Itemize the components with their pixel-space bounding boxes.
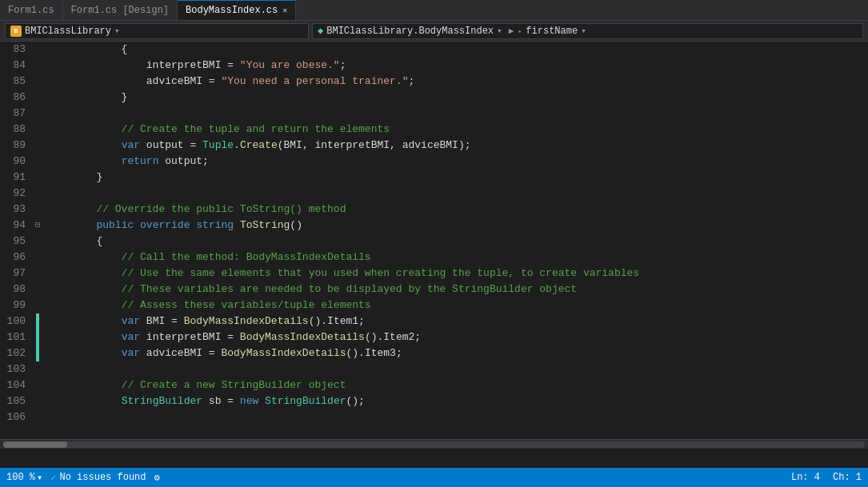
code-line-96: 96 // Call the method: BodyMassIndexDeta…	[0, 249, 868, 265]
code-scroll[interactable]: 83 { 84 interpretBMI = "You are obese.";…	[0, 42, 868, 439]
horizontal-scrollbar[interactable]	[0, 439, 868, 449]
breadcrumb-class-text: BMIClassLibrary.BodyMassIndex	[326, 26, 494, 37]
code-line-91: 91 }	[0, 170, 868, 186]
code-line-98: 98 // These variables are needed to be d…	[0, 281, 868, 297]
tab-form1cs[interactable]: Form1.cs	[0, 0, 63, 20]
zoom-dropdown-icon[interactable]: ▾	[37, 472, 42, 484]
close-icon[interactable]: ✕	[282, 6, 287, 15]
breadcrumb-right[interactable]: ◆ BMIClassLibrary.BodyMassIndex ▾ ▶ ⬩ fi…	[312, 23, 863, 39]
zoom-level: 100 %	[6, 472, 35, 483]
breadcrumb-right-arrow: ▾	[497, 26, 502, 36]
char-number-status: Ch: 1	[833, 472, 862, 483]
line-number-status: Ln: 4	[791, 472, 820, 483]
code-line-88: 88 // Create the tuple and return the el…	[0, 122, 868, 138]
code-line-103: 103	[0, 361, 868, 377]
breadcrumb-method-text: firstName	[526, 26, 578, 37]
tab-bodymassindex-label: BodyMassIndex.cs	[186, 5, 278, 16]
scrollbar-track[interactable]	[3, 441, 865, 448]
code-line-86: 86 }	[0, 90, 868, 106]
code-line-83: 83 {	[0, 42, 868, 58]
code-line-89: 89 var output = Tuple.Create(BMI, interp…	[0, 138, 868, 154]
method-icon: ⬩	[517, 26, 522, 37]
breadcrumb-left[interactable]: B BMIClassLibrary ▾	[5, 23, 309, 39]
code-line-93: 93 // Override the public ToString() met…	[0, 202, 868, 218]
code-line-95: 95 {	[0, 234, 868, 249]
code-line-105: 105 StringBuilder sb = new StringBuilder…	[0, 393, 868, 409]
code-line-106: 106	[0, 409, 868, 425]
class-icon: B	[10, 26, 22, 37]
scrollbar-thumb[interactable]	[3, 441, 67, 448]
code-line-87: 87	[0, 106, 868, 122]
code-line-85: 85 adviceBMI = "You need a personal trai…	[0, 74, 868, 90]
breadcrumb-separator: ▶	[509, 26, 514, 36]
code-editor[interactable]: 83 { 84 interpretBMI = "You are obese.";…	[0, 42, 868, 449]
tab-form1design-label: Form1.cs [Design]	[71, 5, 169, 16]
tab-form1design[interactable]: Form1.cs [Design]	[63, 0, 178, 20]
change-indicator	[36, 313, 39, 329]
code-line-100: 100 var BMI = BodyMassIndexDetails().Ite…	[0, 313, 868, 329]
status-bar-right: Ln: 4 Ch: 1	[791, 472, 862, 483]
status-bar: 100 % ▾ ✓ No issues found ⚙ Ln: 4 Ch: 1	[0, 468, 868, 487]
zoom-control[interactable]: 100 % ▾	[6, 472, 42, 484]
change-indicator	[36, 329, 39, 345]
tab-bodymassindex[interactable]: BodyMassIndex.cs ✕	[178, 0, 296, 20]
namespace-icon: ◆	[318, 25, 323, 37]
code-line-97: 97 // Use the same elements that you use…	[0, 265, 868, 281]
code-line-92: 92	[0, 186, 868, 202]
tab-bar: Form1.cs Form1.cs [Design] BodyMassIndex…	[0, 0, 868, 21]
code-line-102: 102 var adviceBMI = BodyMassIndexDetails…	[0, 345, 868, 361]
settings-icon[interactable]: ⚙	[154, 472, 160, 484]
code-line-90: 90 return output;	[0, 154, 868, 170]
breadcrumb-arrow: ▾	[114, 26, 120, 36]
collapse-icon[interactable]: ⊟	[35, 218, 40, 234]
issues-indicator[interactable]: ✓ No issues found	[50, 472, 146, 484]
breadcrumb-method-arrow: ▾	[581, 26, 586, 36]
code-line-94: 94 ⊟ public override string ToString()	[0, 218, 868, 234]
issues-text: No issues found	[59, 472, 146, 483]
code-line-99: 99 // Assess these variables/tuple eleme…	[0, 297, 868, 313]
breadcrumb-bar: B BMIClassLibrary ▾ ◆ BMIClassLibrary.Bo…	[0, 21, 868, 42]
code-line-104: 104 // Create a new StringBuilder object	[0, 377, 868, 393]
issues-check-icon: ✓	[50, 472, 56, 484]
tab-form1cs-label: Form1.cs	[8, 5, 54, 16]
code-line-101: 101 var interpretBMI = BodyMassIndexDeta…	[0, 329, 868, 345]
code-line-84: 84 interpretBMI = "You are obese.";	[0, 58, 868, 74]
change-indicator	[36, 345, 39, 361]
breadcrumb-left-text: BMIClassLibrary	[25, 26, 111, 37]
